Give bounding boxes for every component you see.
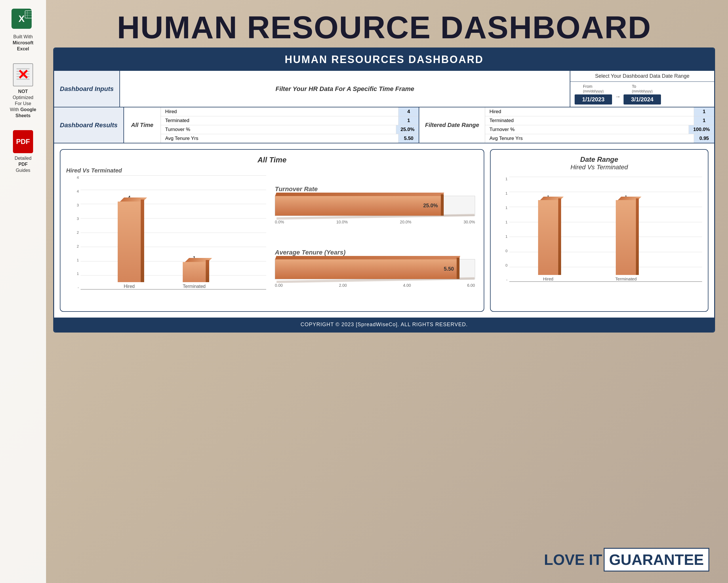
right-hired-bar-group: 1 Hired — [538, 194, 558, 281]
right-chart-title: Date Range — [496, 155, 702, 163]
right-hired-label: Hired — [543, 276, 553, 281]
terminated-bar-side — [206, 260, 209, 282]
doc-icon: ✕ — [13, 64, 33, 86]
hired-vs-terminated-chart: Hired Vs Terminated 4 4 3 3 2 2 1 — [66, 167, 266, 305]
terminated-label-filtered: Terminated — [485, 116, 694, 125]
main-content: HUMAN RESOURCE DASHBOARD HUMAN RESOURCES… — [48, 6, 721, 577]
excel-x-letter: X — [19, 14, 24, 24]
all-time-label: All Time — [124, 107, 161, 143]
y-label-2b: 2 — [77, 244, 79, 249]
date-range-fields: From (mm/dd/yyyy) 1/1/2023 → To (mm/dd/y… — [570, 82, 714, 107]
turnover-value-alltime: 25.0% — [396, 125, 419, 134]
red-x-icon: ✕ — [17, 68, 29, 82]
hired-bar-front — [118, 202, 141, 282]
all-time-data: Hired 4 Terminated 1 Turnover % 25.0% Av… — [161, 107, 419, 143]
turnover-axis-0: 0.0% — [275, 220, 284, 224]
terminated-bar-group: 1 Terminated — [183, 256, 206, 289]
rg-base — [509, 281, 702, 282]
rg-1 — [509, 192, 702, 192]
guarantee-box: GUARANTEE — [604, 548, 709, 572]
grid-base — [81, 289, 266, 289]
terminated-row-filtered: Terminated 1 — [485, 116, 714, 125]
right-chart-grid: 1 Hired 1 — [509, 177, 702, 282]
horizontal-charts: Turnover Rate 25.0% — [272, 167, 478, 305]
date-range-section: Select Your Dashboard Data Date Range Fr… — [570, 71, 714, 107]
hired-value-filtered: 1 — [694, 107, 714, 116]
right-chart-box: Date Range Hired Vs Terminated 1 1 1 1 1… — [490, 149, 708, 312]
turnover-axis-10: 10.0% — [336, 220, 348, 224]
sidebar-not-google-item: ✕ NOT Optimized For Use With Google Shee… — [10, 64, 36, 119]
terminated-row-alltime: Terminated 1 — [161, 116, 419, 125]
grid-0 — [81, 175, 266, 176]
right-y-1a: 1 — [505, 177, 507, 181]
inputs-label-text: Dashboard Inputs — [60, 85, 114, 93]
to-value[interactable]: 3/1/2024 — [624, 95, 661, 104]
right-y-1e: 1 — [505, 234, 507, 239]
turnover-chart: Turnover Rate 25.0% — [275, 185, 475, 224]
y-label-1b: 1 — [77, 272, 79, 276]
avg-tenure-bar-area: 5.50 — [275, 259, 475, 279]
charts-inner: Hired Vs Terminated 4 4 3 3 2 2 1 — [66, 167, 478, 305]
tenure-axis-0: 0.00 — [275, 283, 283, 287]
from-field-group: From (mm/dd/yyyy) 1/1/2023 — [575, 84, 612, 104]
grid-6 — [81, 261, 266, 261]
date-arrow-icon: → — [615, 93, 621, 100]
turnover-row-alltime: Turnover % 25.0% — [161, 125, 419, 134]
turnover-label-alltime: Turnover % — [161, 125, 396, 134]
y-label-1a: 1 — [77, 258, 79, 262]
grid-4 — [81, 233, 266, 233]
filtered-data: Hired 1 Terminated 1 Turnover % 100.0% A… — [485, 107, 714, 143]
dashboard-header: HUMAN RESOURCES DASHBOARD — [54, 48, 714, 71]
grid-2 — [81, 204, 266, 204]
terminated-value-alltime: 1 — [398, 116, 419, 125]
terminated-bar-front — [183, 262, 206, 282]
right-terminated-label: Terminated — [615, 276, 636, 281]
bar-chart-title: Hired Vs Terminated — [66, 167, 266, 174]
tenure-x-axis: 0.00 2.00 4.00 6.00 — [275, 282, 475, 287]
y-label-3a: 3 — [77, 203, 79, 207]
avg-tenure-chart: Average Tenure (Years) 5.50 — [275, 249, 475, 287]
grid-1 — [81, 190, 266, 190]
y-label-2a: 2 — [77, 230, 79, 235]
hired-label-alltime: Hired — [161, 107, 398, 116]
svg-rect-0 — [25, 11, 32, 18]
charts-area: All Time Hired Vs Terminated 4 4 3 3 — [54, 143, 714, 318]
pdf-icon: PDF — [13, 130, 33, 153]
results-label-text: Dashboard Results — [60, 122, 118, 129]
hired-bar-group: 4 Hired — [118, 195, 141, 289]
turnover-bar-right — [441, 194, 444, 216]
right-chart-subtitle: Hired Vs Terminated — [496, 163, 702, 171]
terminated-bar-3d — [183, 262, 206, 282]
right-hired-bar-front — [538, 200, 558, 275]
avg-tenure-row-alltime: Avg Tenure Yrs 5.50 — [161, 134, 419, 143]
hired-bar-label: Hired — [124, 284, 135, 289]
turnover-row-filtered: Turnover % 100.0% — [485, 125, 714, 134]
right-terminated-bar-group: 1 Terminated — [615, 194, 636, 281]
turnover-axis-30: 30.0% — [464, 220, 475, 224]
tenure-axis-6: 6.00 — [467, 283, 475, 287]
grid-5 — [81, 247, 266, 247]
excel-label-text: Built With Microsoft Excel — [12, 34, 33, 52]
avg-tenure-row-filtered: Avg Tenure Yrs 0.95 — [485, 134, 714, 143]
filtered-section: Filtered Date Range Hired 1 Terminated 1… — [419, 107, 714, 143]
left-chart-title: All Time — [66, 155, 478, 164]
to-field-group: To (mm/dd/yyyy) 3/1/2024 — [624, 84, 661, 104]
right-y-0b: 0 — [505, 263, 507, 268]
sidebar-pdf-item: PDF Detailed PDF Guides — [13, 130, 33, 173]
main-title: HUMAN RESOURCE DASHBOARD — [48, 11, 721, 43]
avg-tenure-value-alltime: 5.50 — [398, 134, 419, 143]
from-value[interactable]: 1/1/2023 — [575, 95, 612, 104]
right-hired-bar-side — [558, 198, 561, 275]
excel-icon: X — [11, 9, 34, 32]
excel-icon-inner: X — [11, 9, 32, 29]
turnover-bar-top — [275, 193, 444, 196]
turnover-value-filtered: 100.0% — [689, 125, 714, 134]
avg-tenure-value-filtered: 0.95 — [694, 134, 714, 143]
left-chart-box: All Time Hired Vs Terminated 4 4 3 3 — [60, 149, 484, 312]
tenure-bar-top — [275, 256, 460, 259]
grid-3 — [81, 218, 266, 219]
turnover-label-filtered: Turnover % — [485, 125, 689, 134]
pdf-label: Detailed PDF Guides — [15, 155, 32, 173]
hired-bar-side — [141, 200, 144, 282]
filtered-label: Filtered Date Range — [419, 107, 485, 143]
